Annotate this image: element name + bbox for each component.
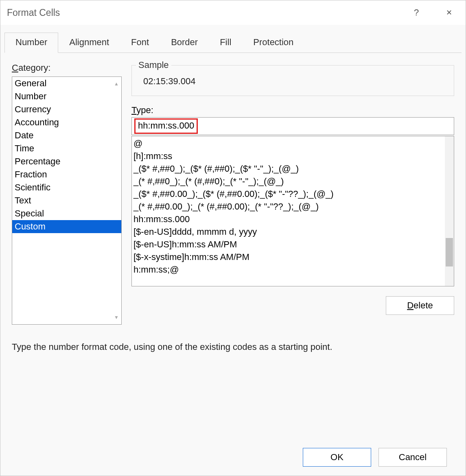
- sample-value: 02:15:39.004: [140, 76, 446, 87]
- list-item[interactable]: Currency: [12, 103, 121, 116]
- help-button[interactable]: ?: [406, 4, 427, 21]
- tab-font[interactable]: Font: [120, 33, 160, 53]
- list-item[interactable]: Text: [12, 194, 121, 207]
- tab-number[interactable]: Number: [4, 33, 58, 53]
- list-item[interactable]: Time: [12, 142, 121, 155]
- list-item[interactable]: hh:mm:ss.000: [133, 213, 443, 225]
- list-item-selected[interactable]: Custom: [12, 220, 121, 233]
- tab-border[interactable]: Border: [160, 33, 209, 53]
- close-button[interactable]: ✕: [439, 4, 459, 21]
- list-item[interactable]: _(* #,##0_);_(* (#,##0);_(* "-"_);_(@_): [133, 175, 443, 188]
- delete-button[interactable]: Delete: [386, 296, 454, 315]
- dialog-footer: OK Cancel: [12, 448, 454, 470]
- format-cells-dialog: Format Cells ? ✕ Number Alignment Font B…: [0, 0, 466, 476]
- list-item[interactable]: Accounting: [12, 116, 121, 129]
- list-item[interactable]: Percentage: [12, 155, 121, 168]
- list-item[interactable]: _($* #,##0_);_($* (#,##0);_($* "-"_);_(@…: [133, 162, 443, 175]
- help-text: Type the number format code, using one o…: [12, 342, 454, 352]
- dialog-title: Format Cells: [7, 7, 394, 18]
- list-item[interactable]: Special: [12, 207, 121, 220]
- cancel-button[interactable]: Cancel: [378, 448, 447, 467]
- list-item[interactable]: General: [12, 77, 121, 90]
- list-item[interactable]: [$-en-US]dddd, mmmm d, yyyy: [133, 225, 443, 238]
- list-item[interactable]: _(* #,##0.00_);_(* (#,##0.00);_(* "-"??_…: [133, 200, 443, 213]
- list-item[interactable]: Number: [12, 90, 121, 103]
- list-item[interactable]: _($* #,##0.00_);_($* (#,##0.00);_($* "-"…: [133, 188, 443, 200]
- sample-label: Sample: [136, 60, 171, 70]
- format-codes-listbox[interactable]: @ [h]:mm:ss _($* #,##0_);_($* (#,##0);_(…: [131, 136, 454, 286]
- list-item[interactable]: Date: [12, 129, 121, 142]
- list-item[interactable]: @: [133, 137, 443, 150]
- category-label: Category:: [12, 63, 122, 73]
- list-item[interactable]: Fraction: [12, 168, 121, 181]
- ok-button[interactable]: OK: [303, 448, 371, 467]
- scrollbar-thumb[interactable]: [446, 238, 453, 266]
- scroll-down-icon: ▼: [114, 314, 119, 320]
- category-listbox[interactable]: ▲ General Number Currency Accounting Dat…: [12, 76, 122, 325]
- dialog-body: Number Alignment Font Border Fill Protec…: [0, 25, 466, 476]
- titlebar: Format Cells ? ✕: [0, 0, 466, 25]
- list-item[interactable]: Scientific: [12, 181, 121, 194]
- list-item[interactable]: [h]:mm:ss: [133, 150, 443, 162]
- list-item[interactable]: [$-x-systime]h:mm:ss AM/PM: [133, 251, 443, 263]
- list-item[interactable]: [$-en-US]h:mm:ss AM/PM: [133, 238, 443, 251]
- tab-content: Category: ▲ General Number Currency Acco…: [4, 53, 462, 470]
- type-label: Type:: [131, 105, 454, 116]
- tab-alignment[interactable]: Alignment: [58, 33, 120, 53]
- tab-protection[interactable]: Protection: [242, 33, 304, 53]
- type-input[interactable]: hh:mm:ss.000: [131, 117, 454, 135]
- tab-bar: Number Alignment Font Border Fill Protec…: [4, 32, 462, 53]
- tab-fill[interactable]: Fill: [209, 33, 242, 53]
- type-input-value: hh:mm:ss.000: [134, 118, 198, 134]
- sample-group: Sample 02:15:39.004: [131, 65, 454, 96]
- list-item[interactable]: h:mm:ss;@: [133, 263, 443, 276]
- scrollbar[interactable]: [445, 136, 454, 286]
- scroll-up-icon: ▲: [114, 81, 119, 87]
